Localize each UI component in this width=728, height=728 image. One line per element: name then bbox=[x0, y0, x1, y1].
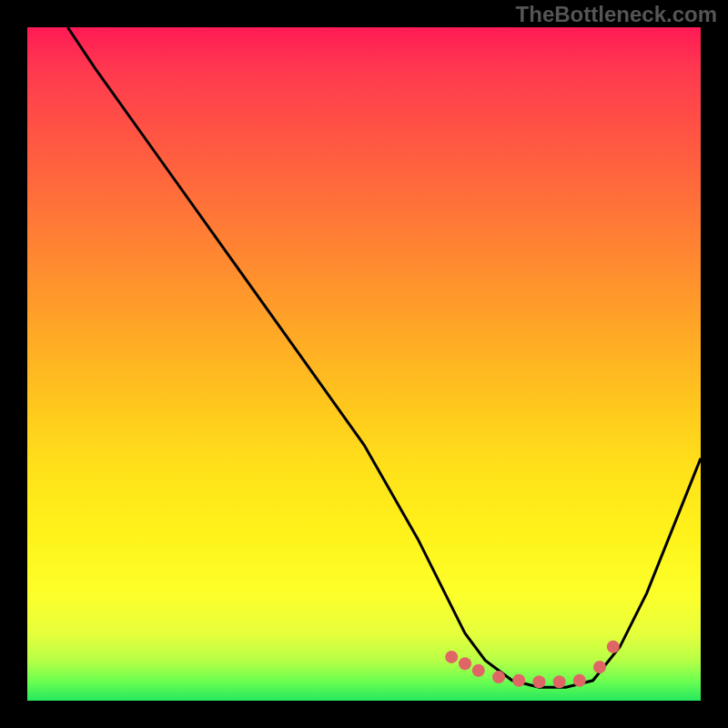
highlight-dot bbox=[492, 671, 505, 683]
highlight-dot bbox=[532, 675, 545, 688]
curve-svg bbox=[27, 27, 701, 701]
chart-container: TheBottleneck.com bbox=[0, 0, 728, 728]
watermark-text: TheBottleneck.com bbox=[516, 2, 717, 27]
highlight-dot bbox=[472, 664, 485, 677]
bottleneck-curve-path bbox=[67, 27, 701, 687]
highlight-dot bbox=[459, 657, 471, 670]
highlight-dot bbox=[573, 674, 586, 687]
highlight-dot bbox=[593, 661, 606, 673]
highlight-dot bbox=[553, 675, 566, 688]
plot-area bbox=[27, 27, 701, 701]
highlight-dot bbox=[445, 651, 458, 663]
highlight-dots-group bbox=[445, 641, 620, 689]
highlight-dot bbox=[512, 674, 525, 687]
highlight-dot bbox=[607, 641, 620, 653]
